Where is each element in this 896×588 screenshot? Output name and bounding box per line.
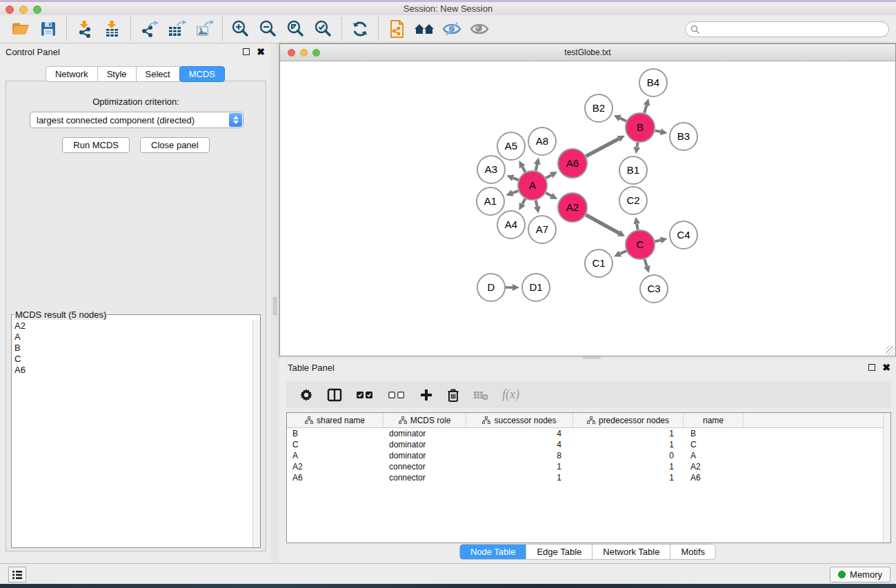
graph-node-C2[interactable]: C2	[619, 187, 647, 214]
table-row[interactable]: Bdominator41B	[287, 428, 890, 439]
network-canvas[interactable]: B4B2BB3B1A5A8A6A3AA1A2C2A4A7CC4C1C3DD1	[280, 61, 895, 356]
table-cell[interactable]: A6	[287, 473, 384, 483]
show-graphics-details-icon[interactable]	[466, 17, 493, 41]
tab-style[interactable]: Style	[97, 66, 137, 82]
zoom-selected-icon[interactable]	[310, 17, 337, 41]
graph-edge-C-C1[interactable]	[620, 251, 626, 254]
table-cell[interactable]: C	[684, 440, 744, 449]
mcds-result-item[interactable]: A	[14, 332, 260, 343]
criterion-select[interactable]: largest connected component (directed)	[30, 112, 243, 128]
graph-edge-A-A4[interactable]	[522, 199, 525, 204]
memory-button[interactable]: Memory	[830, 567, 890, 582]
table-cell[interactable]: A	[287, 451, 384, 460]
toggle-column-view-icon[interactable]	[327, 388, 342, 402]
table-cell[interactable]: B	[287, 429, 384, 438]
tab-mcds[interactable]: MCDS	[179, 66, 225, 82]
graph-node-A8[interactable]: A8	[528, 128, 556, 155]
tab-select[interactable]: Select	[136, 66, 180, 82]
export-image-icon[interactable]	[190, 17, 218, 41]
graph-edge-A2-C[interactable]	[586, 215, 619, 233]
table-cell[interactable]: 4	[466, 440, 573, 449]
table-cell[interactable]: A	[684, 451, 744, 460]
graph-edge-B-B3[interactable]	[655, 130, 661, 132]
graph-node-B2[interactable]: B2	[585, 94, 613, 122]
graph-node-B3[interactable]: B3	[670, 123, 697, 150]
graph-edge-C-C4[interactable]	[655, 240, 660, 241]
graph-node-D1[interactable]: D1	[522, 274, 550, 301]
tab-network-table[interactable]: Network Table	[592, 545, 670, 559]
graph-node-A6[interactable]: A6	[558, 149, 587, 178]
graph-node-C[interactable]: C	[626, 230, 655, 259]
float-table-panel-icon[interactable]	[868, 364, 875, 371]
graph-edge-C-C2[interactable]	[637, 224, 637, 230]
table-cell[interactable]: connector	[384, 473, 466, 483]
hide-graphics-details-icon[interactable]	[438, 17, 466, 41]
table-cell[interactable]: connector	[384, 462, 466, 472]
close-panel-icon[interactable]: ✖	[257, 48, 265, 55]
zoom-out-icon[interactable]	[255, 17, 282, 41]
table-cell[interactable]: C	[287, 440, 384, 449]
table-cell[interactable]: A6	[684, 473, 744, 483]
graph-node-C4[interactable]: C4	[670, 221, 697, 249]
table-row[interactable]: Cdominator41C	[287, 439, 890, 450]
table-cell[interactable]: dominator	[384, 429, 466, 438]
select-all-columns-icon[interactable]	[356, 390, 374, 400]
table-cell[interactable]: A2	[684, 462, 744, 472]
graph-edge-A-A2[interactable]	[546, 193, 551, 196]
mcds-result-item[interactable]: C	[14, 354, 260, 365]
export-table-icon[interactable]	[163, 17, 190, 41]
tab-edge-table[interactable]: Edge Table	[526, 545, 592, 559]
add-column-icon[interactable]	[419, 388, 433, 402]
graph-node-C1[interactable]: C1	[585, 250, 613, 277]
graph-node-A5[interactable]: A5	[497, 132, 525, 160]
graph-edge-B-B1[interactable]	[637, 143, 637, 148]
run-mcds-button[interactable]: Run MCDS	[62, 137, 130, 153]
mcds-result-item[interactable]: A2	[14, 321, 260, 332]
table-row[interactable]: Adominator80A	[287, 450, 890, 461]
search-input[interactable]	[704, 24, 888, 34]
graph-node-A3[interactable]: A3	[477, 156, 505, 183]
export-network-icon[interactable]	[135, 17, 163, 41]
save-session-icon[interactable]	[34, 17, 62, 41]
deselect-all-columns-icon[interactable]	[388, 390, 406, 400]
graph-edge-A-A7[interactable]	[536, 200, 537, 206]
import-network-icon[interactable]	[71, 17, 99, 41]
table-settings-icon[interactable]	[299, 388, 313, 402]
home-layouts-icon[interactable]	[410, 17, 438, 41]
zoom-fit-icon[interactable]	[282, 17, 310, 41]
vertical-splitter[interactable]	[270, 43, 279, 563]
network-window-titlebar[interactable]: testGlobe.txt	[280, 44, 895, 61]
window-resize-grip[interactable]	[886, 346, 895, 355]
graph-node-A7[interactable]: A7	[528, 216, 556, 243]
open-session-icon[interactable]	[7, 17, 34, 41]
graph-edge-C-C3[interactable]	[645, 259, 647, 267]
table-cell[interactable]: A2	[287, 462, 384, 472]
graph-node-C3[interactable]: C3	[640, 275, 668, 303]
refresh-icon[interactable]	[346, 17, 374, 41]
graph-node-A[interactable]: A	[518, 171, 547, 200]
graph-edge-B-B4[interactable]	[644, 105, 646, 113]
table-cell[interactable]: 1	[573, 440, 684, 449]
mcds-result-list[interactable]: A2ABCA6	[12, 320, 260, 376]
graph-edge-A6-B[interactable]	[586, 139, 619, 156]
table-cell[interactable]: 1	[573, 473, 684, 483]
column-header-predecessor-nodes[interactable]: predecessor nodes	[573, 413, 684, 427]
graph-edge-A-A8[interactable]	[536, 164, 537, 170]
float-panel-icon[interactable]	[243, 48, 250, 55]
table-scrollbar[interactable]	[883, 413, 890, 543]
column-header-successor-nodes[interactable]: successor nodes	[466, 413, 573, 427]
task-history-button[interactable]	[8, 567, 26, 582]
close-panel-button[interactable]: Close panel	[140, 137, 210, 153]
column-header-shared-name[interactable]: shared name	[287, 413, 384, 427]
graph-edge-A-A3[interactable]	[513, 178, 519, 180]
import-table-icon[interactable]	[99, 17, 126, 41]
table-cell[interactable]: 1	[573, 462, 684, 472]
graph-edge-A-A1[interactable]	[512, 191, 519, 193]
graph-node-B[interactable]: B	[626, 113, 655, 142]
table-cell[interactable]: 1	[466, 462, 573, 472]
tab-motifs[interactable]: Motifs	[670, 545, 715, 559]
graph-edge-B-B2[interactable]	[620, 118, 626, 121]
graph-node-B1[interactable]: B1	[619, 156, 647, 184]
graph-node-A2[interactable]: A2	[558, 193, 587, 222]
table-cell[interactable]: 4	[466, 429, 573, 438]
